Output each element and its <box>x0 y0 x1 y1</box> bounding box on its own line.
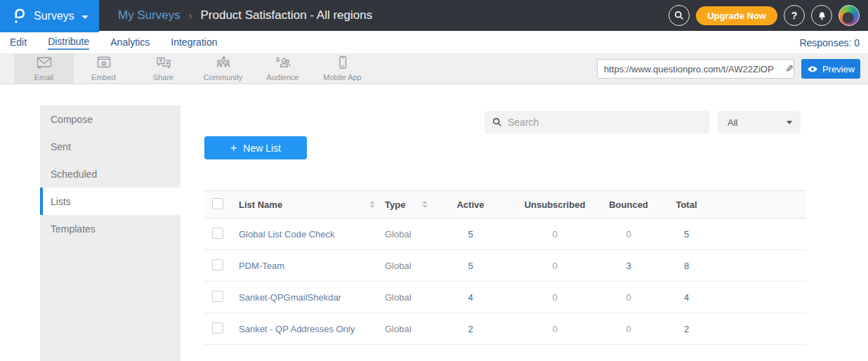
total-count[interactable]: 8 <box>657 261 716 271</box>
page-title: Product Satisfaction - All regions <box>200 8 372 22</box>
breadcrumb-parent[interactable]: My Surveys <box>118 8 180 22</box>
preview-button[interactable]: Preview <box>801 59 860 79</box>
survey-tabs: Edit Distribute Analytics Integration <box>0 32 868 53</box>
sort-list-name-icon[interactable] <box>369 201 375 208</box>
list-type: Global <box>385 229 412 239</box>
embed-icon <box>96 56 112 72</box>
breadcrumb-separator-icon: › <box>189 10 192 21</box>
svg-text:$: $ <box>276 56 280 63</box>
unsubscribed-count: 0 <box>509 292 600 303</box>
list-name-link[interactable]: Global List Code Check <box>239 229 335 239</box>
search-input[interactable] <box>508 117 709 128</box>
col-bounced: Bounced <box>600 199 657 210</box>
chevron-down-icon <box>787 121 792 124</box>
channel-audience[interactable]: $ Audience <box>253 53 313 84</box>
upgrade-now-button[interactable]: Upgrade Now <box>696 6 777 25</box>
table-header-row: List Name Type Active Unsubscribed Bounc… <box>204 190 806 218</box>
new-list-label: New List <box>243 143 281 154</box>
user-avatar[interactable] <box>839 5 860 26</box>
channel-share[interactable]: Share <box>133 53 193 84</box>
unsubscribed-count: 0 <box>509 324 600 334</box>
tab-distribute[interactable]: Distribute <box>48 36 89 50</box>
filter-value: All <box>728 117 737 128</box>
preview-label: Preview <box>822 64 855 74</box>
col-list-name: List Name <box>239 199 282 210</box>
table-row: PDM-Team Global 5 0 3 8 <box>204 250 806 282</box>
list-name-link[interactable]: PDM-Team <box>239 261 284 271</box>
eye-icon <box>807 65 818 73</box>
sidebar-item-scheduled[interactable]: Scheduled <box>40 160 180 188</box>
edit-url-pencil-icon[interactable]: ✎ <box>780 63 794 74</box>
search-icon <box>492 117 502 127</box>
channel-community[interactable]: Community <box>193 53 253 84</box>
channel-label: Share <box>153 73 173 81</box>
audience-icon: $ <box>275 55 291 72</box>
list-type: Global <box>385 292 412 303</box>
col-type: Type <box>385 199 405 210</box>
help-icon[interactable]: ? <box>784 5 805 26</box>
tab-integration[interactable]: Integration <box>171 37 217 49</box>
survey-url-input[interactable] <box>598 64 780 74</box>
topbar: My Surveys › Product Satisfaction - All … <box>0 0 868 31</box>
channel-label: Mobile App <box>323 73 361 81</box>
bounced-count: 0 <box>600 229 657 239</box>
responses-count[interactable]: Responses: 0 <box>799 32 860 53</box>
new-list-button[interactable]: + New List <box>204 136 307 159</box>
sidebar-item-sent[interactable]: Sent <box>40 133 180 160</box>
row-checkbox[interactable] <box>212 259 223 270</box>
mobile-app-icon <box>338 55 348 72</box>
table-row: Sanket-QPGmailShekdar Global 4 0 0 4 <box>204 282 806 313</box>
col-total: Total <box>657 199 716 210</box>
search-icon[interactable] <box>669 5 690 26</box>
notifications-bell-icon[interactable] <box>811 5 832 26</box>
brand-label: Surveys <box>34 10 74 22</box>
row-checkbox[interactable] <box>212 228 223 239</box>
questionpro-logo-icon <box>11 6 27 26</box>
channel-label: Embed <box>91 73 116 81</box>
active-count[interactable]: 5 <box>432 229 509 239</box>
channel-label: Community <box>204 73 243 81</box>
community-icon <box>215 55 232 72</box>
active-count[interactable]: 4 <box>432 292 509 303</box>
list-name-link[interactable]: Sanket - QP Addresses Only <box>239 324 355 334</box>
breadcrumb: My Surveys › Product Satisfaction - All … <box>118 0 372 31</box>
bounced-count[interactable]: 3 <box>600 261 657 271</box>
list-name-link[interactable]: Sanket-QPGmailShekdar <box>239 292 341 303</box>
share-icon <box>155 56 172 72</box>
distribute-toolbar: Email Embed Share Community $ Audience <box>0 53 868 84</box>
channel-list: Email Embed Share Community $ Audience <box>14 53 372 84</box>
row-checkbox[interactable] <box>212 291 223 302</box>
sort-type-icon[interactable] <box>422 201 428 208</box>
list-search <box>485 111 709 133</box>
active-count[interactable]: 2 <box>432 324 509 334</box>
filter-dropdown[interactable]: All <box>718 111 801 133</box>
total-count[interactable]: 5 <box>657 229 716 239</box>
bounced-count: 0 <box>600 324 657 334</box>
channel-email[interactable]: Email <box>14 53 74 84</box>
sidebar-item-lists[interactable]: Lists <box>40 188 180 215</box>
survey-url-field: ✎ <box>597 59 794 79</box>
tab-analytics[interactable]: Analytics <box>110 37 150 49</box>
envelope-icon <box>36 56 53 72</box>
row-checkbox[interactable] <box>212 322 223 334</box>
total-count[interactable]: 2 <box>657 324 716 334</box>
sidebar-item-templates[interactable]: Templates <box>40 215 180 242</box>
channel-label: Email <box>34 73 54 81</box>
channel-label: Audience <box>267 73 299 81</box>
select-all-checkbox[interactable] <box>212 198 223 209</box>
col-active: Active <box>432 199 509 210</box>
email-sidebar: Compose Sent Scheduled Lists Templates <box>40 105 180 361</box>
channel-embed[interactable]: Embed <box>74 53 133 84</box>
unsubscribed-count: 0 <box>509 229 600 239</box>
active-count[interactable]: 5 <box>432 261 509 271</box>
col-unsubscribed: Unsubscribed <box>509 199 600 210</box>
total-count[interactable]: 4 <box>657 292 716 303</box>
unsubscribed-count: 0 <box>509 261 600 271</box>
list-type: Global <box>385 261 412 271</box>
channel-mobile-app[interactable]: Mobile App <box>313 53 372 84</box>
tab-edit[interactable]: Edit <box>10 37 27 49</box>
brand-surveys-menu[interactable]: Surveys <box>0 0 99 32</box>
topbar-actions: Upgrade Now ? <box>669 0 860 31</box>
sidebar-item-compose[interactable]: Compose <box>40 105 180 133</box>
bounced-count: 0 <box>600 292 657 303</box>
